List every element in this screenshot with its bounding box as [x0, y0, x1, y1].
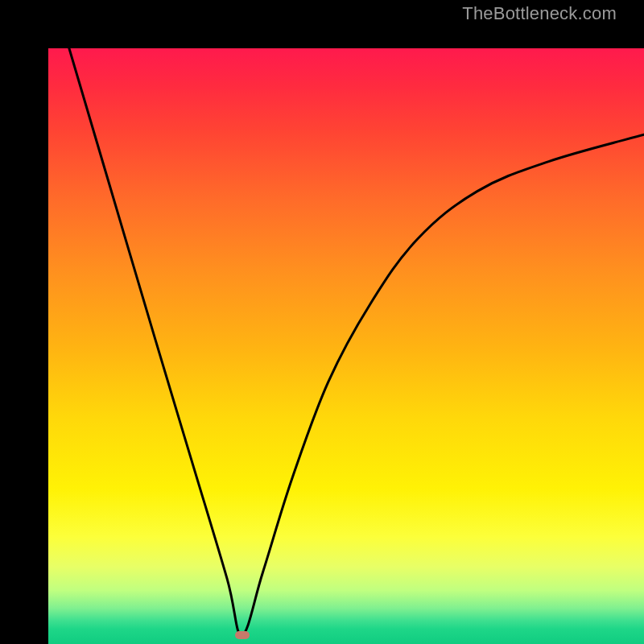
min-marker	[235, 631, 250, 639]
plot-area	[48, 48, 644, 644]
bottleneck-curve	[48, 48, 644, 644]
curve-path	[69, 48, 644, 635]
chart-frame	[0, 0, 644, 644]
watermark-text: TheBottleneck.com	[462, 3, 617, 24]
